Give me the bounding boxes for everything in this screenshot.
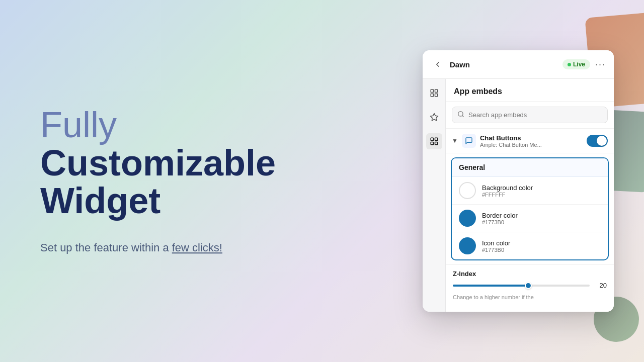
embed-name: Chat Buttons: [480, 134, 583, 142]
svg-line-9: [462, 116, 464, 117]
headline-light: Fully: [40, 105, 117, 145]
back-icon[interactable]: [431, 57, 445, 71]
svg-rect-7: [431, 142, 433, 145]
card-body: App embeds ▼: [423, 79, 614, 312]
color-swatch-border: [459, 210, 476, 227]
svg-rect-0: [431, 89, 433, 92]
color-info-border: Border color #1773B0: [482, 212, 518, 225]
sidebar-icon-apps[interactable]: [426, 133, 442, 149]
card-sidebar: [423, 79, 446, 312]
general-panel-title: General: [452, 158, 608, 177]
headline-bold: Customizable Widget: [40, 143, 276, 221]
ui-card: Dawn Live ···: [423, 50, 614, 312]
color-swatch-background: [459, 182, 476, 199]
embed-item-chat-buttons[interactable]: ▼ Chat Buttons Ample: Chat Button Me...: [446, 129, 614, 153]
search-icon: [457, 111, 464, 119]
card-header: Dawn Live ···: [423, 50, 614, 79]
headline: Fully Customizable Widget: [40, 106, 276, 220]
color-row-icon[interactable]: Icon color #1773B0: [452, 232, 608, 259]
sidebar-icon-customize[interactable]: [426, 109, 442, 125]
subtext: Set up the feature within a few clicks!: [40, 240, 276, 256]
slider-thumb[interactable]: [525, 282, 532, 289]
embed-subtitle: Ample: Chat Button Me...: [480, 142, 583, 148]
color-swatch-icon: [459, 237, 476, 254]
svg-rect-2: [435, 94, 437, 97]
slider-wrapper: 20: [453, 282, 607, 289]
svg-rect-6: [435, 142, 437, 145]
embed-toggle[interactable]: [587, 135, 608, 147]
chevron-down-icon: ▼: [452, 137, 458, 144]
embed-info: Chat Buttons Ample: Chat Button Me...: [480, 134, 583, 148]
svg-rect-3: [431, 94, 433, 97]
subtext-link[interactable]: few clicks!: [172, 241, 222, 254]
general-panel: General Background color #FFFFFF Border …: [451, 157, 609, 260]
bottom-hint: Change to a higher number if the: [446, 292, 614, 305]
zindex-label: Z-Index: [453, 270, 607, 278]
live-badge: Live: [562, 59, 590, 69]
color-row-background[interactable]: Background color #FFFFFF: [452, 177, 608, 205]
header-theme-name: Dawn: [450, 60, 557, 69]
section-title: App embeds: [446, 79, 614, 102]
svg-rect-5: [435, 138, 437, 140]
more-menu-button[interactable]: ···: [595, 59, 606, 70]
color-info-background: Background color #FFFFFF: [482, 184, 533, 198]
search-input[interactable]: [468, 111, 602, 119]
live-dot: [568, 63, 571, 66]
left-section: Fully Customizable Widget Set up the fea…: [40, 106, 276, 256]
search-bar: [446, 102, 614, 129]
sidebar-icon-layout[interactable]: [426, 85, 442, 101]
slider-track[interactable]: [453, 285, 590, 287]
card-main: App embeds ▼: [446, 79, 614, 312]
color-row-border[interactable]: Border color #1773B0: [452, 205, 608, 232]
embed-icon-chat: [462, 134, 476, 148]
svg-rect-4: [431, 138, 433, 140]
zindex-section: Z-Index 20: [446, 264, 614, 292]
slider-value: 20: [595, 282, 607, 289]
search-input-wrapper[interactable]: [452, 107, 608, 123]
color-info-icon: Icon color #1773B0: [482, 239, 510, 253]
slider-fill: [453, 285, 528, 287]
svg-rect-1: [435, 89, 437, 92]
